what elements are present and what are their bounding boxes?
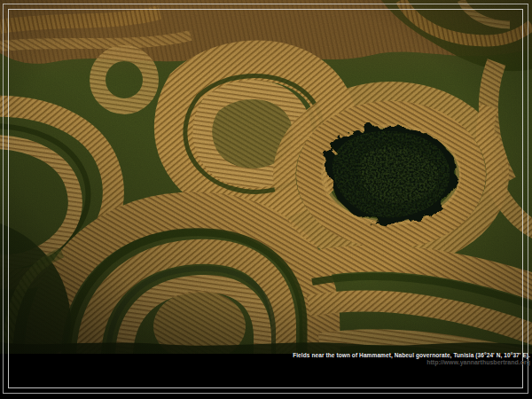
- caption-url: http://www.yannarthusbertrand.org: [293, 359, 530, 366]
- aerial-photo-art: [0, 0, 532, 354]
- caption: Fields near the town of Hammamet, Nabeul…: [293, 352, 530, 366]
- caption-title: Fields near the town of Hammamet, Nabeul…: [293, 352, 530, 359]
- wallpaper-screen: Fields near the town of Hammamet, Nabeul…: [0, 0, 532, 399]
- aerial-photo: [0, 0, 532, 354]
